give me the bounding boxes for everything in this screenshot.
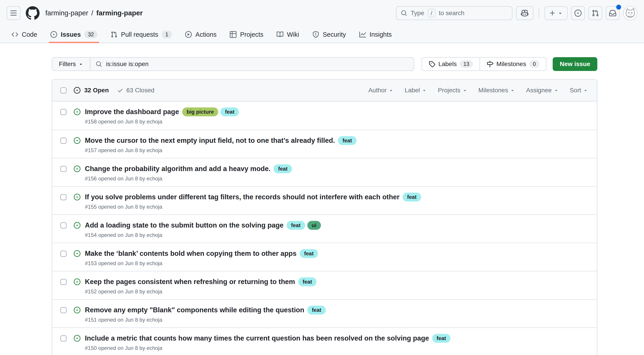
issue-labels: feat bbox=[403, 193, 421, 202]
issue-title-link[interactable]: Add a loading state to the submit button… bbox=[85, 221, 284, 230]
global-search-box[interactable]: Type / to search bbox=[396, 6, 512, 20]
author-filter-dropdown[interactable]: Author bbox=[368, 87, 394, 94]
issue-row: Keep the pages consistent when refreshin… bbox=[52, 271, 597, 299]
tab-label: Code bbox=[22, 31, 37, 38]
create-new-button[interactable] bbox=[544, 6, 568, 20]
avatar[interactable] bbox=[623, 6, 637, 20]
select-all-checkbox[interactable] bbox=[60, 87, 66, 93]
labels-milestones-group: Labels 13 Milestones 0 bbox=[422, 57, 546, 71]
search-placeholder-suffix: to search bbox=[439, 10, 464, 17]
tab-label: Projects bbox=[240, 31, 263, 38]
issue-title-link[interactable]: Change the probability algorithm and add… bbox=[85, 164, 270, 173]
issue-title-link[interactable]: If you solve problems under different ta… bbox=[85, 193, 400, 202]
issues-search-input[interactable] bbox=[106, 61, 408, 68]
milestone-icon bbox=[487, 61, 493, 67]
tab-wiki[interactable]: Wiki bbox=[270, 26, 306, 43]
hamburger-button[interactable] bbox=[7, 6, 20, 20]
label-filter-dropdown[interactable]: Label bbox=[405, 87, 427, 94]
issue-label-pill[interactable]: feat bbox=[274, 164, 292, 173]
issues-list: 32 Open 63 Closed Author Label Projects … bbox=[52, 79, 597, 355]
closed-issues-filter[interactable]: 63 Closed bbox=[117, 87, 154, 94]
breadcrumb-separator: / bbox=[91, 9, 93, 17]
play-icon bbox=[185, 31, 192, 38]
issue-select-checkbox[interactable] bbox=[60, 222, 66, 228]
issue-opened-icon bbox=[74, 137, 80, 144]
tab-label: Pull requests bbox=[121, 31, 158, 38]
issue-title-link[interactable]: Keep the pages consistent when refreshin… bbox=[85, 277, 295, 286]
code-icon bbox=[12, 31, 18, 38]
issue-label-pill[interactable]: big picture bbox=[182, 107, 218, 116]
copilot-button[interactable] bbox=[516, 6, 533, 20]
filter-label: Projects bbox=[438, 87, 460, 94]
labels-link[interactable]: Labels 13 bbox=[422, 58, 480, 71]
milestones-filter-dropdown[interactable]: Milestones bbox=[478, 87, 515, 94]
issue-title-link[interactable]: Remove any empty "Blank" components whil… bbox=[85, 306, 304, 314]
issue-select-checkbox[interactable] bbox=[60, 251, 66, 257]
issue-select-checkbox[interactable] bbox=[60, 109, 66, 115]
issue-label-pill[interactable]: feat bbox=[220, 107, 239, 116]
issue-label-pill[interactable]: feat bbox=[287, 221, 305, 230]
issue-select-checkbox[interactable] bbox=[60, 166, 66, 172]
issue-select-checkbox[interactable] bbox=[60, 279, 66, 285]
tab-pull-requests[interactable]: Pull requests 1 bbox=[104, 26, 178, 43]
issue-label-pill[interactable]: feat bbox=[432, 334, 451, 343]
issue-labels: feat bbox=[300, 249, 318, 258]
issue-opened-icon bbox=[50, 31, 57, 38]
header-divider bbox=[539, 9, 539, 18]
milestones-count-badge: 0 bbox=[529, 60, 539, 68]
filter-label: Sort bbox=[570, 87, 581, 94]
issue-select-checkbox[interactable] bbox=[60, 335, 66, 341]
issue-title-link[interactable]: Improve the dashboard page bbox=[85, 107, 179, 116]
shield-icon bbox=[312, 31, 319, 38]
issue-title-link[interactable]: Make the ‘blank’ contents bold when copy… bbox=[85, 249, 297, 258]
tab-issues[interactable]: Issues 32 bbox=[44, 26, 104, 43]
tag-icon bbox=[429, 61, 435, 67]
issue-meta: #155 opened on Jun 8 by echoja bbox=[85, 204, 421, 210]
tab-label: Wiki bbox=[287, 31, 299, 38]
issue-label-pill[interactable]: ui bbox=[307, 221, 321, 230]
issue-row: Move the cursor to the next empty input … bbox=[52, 130, 597, 158]
issue-title-link[interactable]: Include a metric that counts how many ti… bbox=[85, 334, 429, 343]
milestones-label: Milestones bbox=[496, 61, 526, 68]
assignee-filter-dropdown[interactable]: Assignee bbox=[526, 87, 558, 94]
tab-security[interactable]: Security bbox=[306, 26, 353, 43]
issue-select-checkbox[interactable] bbox=[60, 307, 66, 313]
milestones-link[interactable]: Milestones 0 bbox=[480, 58, 546, 71]
your-issues-button[interactable] bbox=[571, 6, 585, 20]
your-pull-requests-button[interactable] bbox=[588, 6, 602, 20]
issue-labels: big picturefeat bbox=[182, 107, 239, 116]
issues-list-body: Improve the dashboard page big picturefe… bbox=[52, 101, 597, 355]
issue-label-pill[interactable]: feat bbox=[298, 277, 317, 286]
tab-label: Insights bbox=[370, 31, 392, 38]
issue-select-checkbox[interactable] bbox=[60, 138, 66, 144]
projects-filter-dropdown[interactable]: Projects bbox=[438, 87, 467, 94]
issue-title-link[interactable]: Move the cursor to the next empty input … bbox=[85, 136, 335, 145]
open-issues-filter[interactable]: 32 Open bbox=[74, 87, 109, 94]
issue-select-checkbox[interactable] bbox=[60, 194, 66, 200]
issue-label-pill[interactable]: feat bbox=[307, 306, 326, 314]
filters-dropdown-button[interactable]: Filters bbox=[52, 57, 90, 71]
labels-count-badge: 13 bbox=[460, 60, 473, 68]
breadcrumb-repo-link[interactable]: farming-paper bbox=[96, 9, 143, 17]
breadcrumb-owner-link[interactable]: farming-paper bbox=[45, 9, 88, 17]
issue-row: Make the ‘blank’ contents bold when copy… bbox=[52, 243, 597, 271]
issue-label-pill[interactable]: feat bbox=[338, 136, 356, 145]
new-issue-button[interactable]: New issue bbox=[553, 57, 597, 71]
tab-code[interactable]: Code bbox=[5, 26, 44, 43]
caret-down-icon bbox=[422, 88, 427, 93]
tab-actions[interactable]: Actions bbox=[178, 26, 223, 43]
inbox-button[interactable] bbox=[606, 6, 620, 20]
tab-insights[interactable]: Insights bbox=[353, 26, 398, 43]
issue-opened-icon bbox=[74, 109, 80, 115]
github-logo[interactable] bbox=[26, 6, 40, 20]
tab-label: Actions bbox=[195, 31, 216, 38]
caret-down-icon bbox=[462, 88, 467, 93]
issue-label-pill[interactable]: feat bbox=[300, 249, 318, 258]
issue-label-pill[interactable]: feat bbox=[403, 193, 421, 202]
sort-dropdown[interactable]: Sort bbox=[570, 87, 588, 94]
issue-labels: feat bbox=[338, 136, 356, 145]
check-icon bbox=[117, 87, 123, 93]
issue-meta: #151 opened on Jun 8 by echoja bbox=[85, 316, 326, 323]
tab-projects[interactable]: Projects bbox=[223, 26, 270, 43]
inbox-icon bbox=[609, 10, 616, 17]
